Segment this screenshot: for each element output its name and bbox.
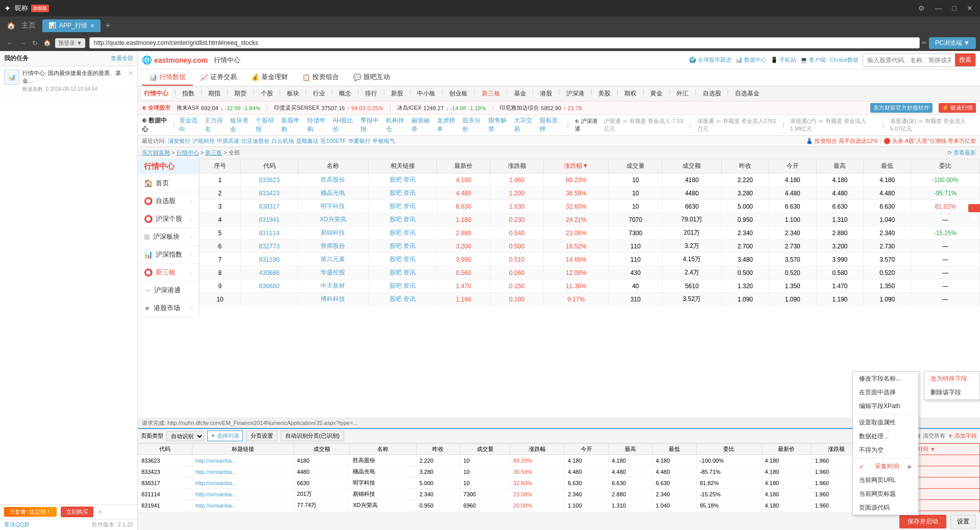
official-software-button[interactable]: 东方财富官方炒股软件 xyxy=(870,103,933,113)
col-select-button[interactable]: ✦ 选择列表 xyxy=(207,431,243,441)
cell-name[interactable]: 易锦科技 xyxy=(298,226,368,240)
tool-margin[interactable]: 融资融券 xyxy=(411,116,433,134)
site-search-input[interactable] xyxy=(863,55,955,65)
cell-name[interactable]: 明字科技 xyxy=(298,200,368,213)
cat-index[interactable]: 指数 xyxy=(180,88,197,99)
bottom-col-header[interactable]: 标题链接 xyxy=(192,444,293,455)
breadcrumb-market[interactable]: 行情中心 xyxy=(177,149,199,156)
cell-name[interactable]: 寮师股份 xyxy=(298,240,368,253)
cat-hk[interactable]: 港股 xyxy=(538,88,554,99)
tool-quarterly[interactable]: 季报中报 xyxy=(360,116,382,134)
pc-view-button[interactable]: PC浏览端 ▼ xyxy=(929,37,976,49)
close-button[interactable]: ✕ xyxy=(964,3,976,13)
bottom-col-header[interactable]: 最新价 xyxy=(762,444,812,455)
page-settings-button[interactable]: 分页设置 xyxy=(246,431,278,441)
tool-institution[interactable]: 机构持仓 xyxy=(386,116,407,134)
col-open[interactable]: 今开 xyxy=(769,159,816,173)
tool-ah-compare[interactable]: AH股比价 xyxy=(333,116,356,134)
address-input[interactable] xyxy=(89,37,920,48)
cat-us[interactable]: 美股 xyxy=(596,88,612,99)
col-pct[interactable]: 涨跌幅▼ xyxy=(544,159,609,173)
cat-fund[interactable]: 基金 xyxy=(512,88,528,99)
col-low[interactable]: 最低 xyxy=(864,159,911,173)
refresh-link[interactable]: ⟳ 查看最新 xyxy=(947,149,976,157)
ctx-collect-time[interactable]: ✓ 采集时间 ▶ xyxy=(853,460,918,473)
nav-item-watchlist[interactable]: ⭕ 自选股 › xyxy=(138,192,199,210)
col-prev[interactable]: 昨收 xyxy=(722,159,769,173)
cat-gem[interactable]: 创业板 xyxy=(447,88,470,99)
minimize-button[interactable]: — xyxy=(932,3,945,13)
col-high[interactable]: 最高 xyxy=(816,159,864,173)
buy-button[interactable]: 立刻购买 xyxy=(61,507,93,517)
cat-industry[interactable]: 行业 xyxy=(311,88,327,99)
cell-name[interactable]: 博科科技 xyxy=(298,293,368,306)
cat-market-center[interactable]: 行情中心 xyxy=(142,88,170,99)
global-market-link[interactable]: 🌍 全球股市跟进 xyxy=(689,56,731,64)
cat-gold[interactable]: 黄金 xyxy=(648,88,665,99)
data-center-link[interactable]: 📊 数据中心 xyxy=(736,56,767,64)
nav-item-hkmarket[interactable]: ★ 港股市场 › xyxy=(138,299,199,317)
bottom-col-header[interactable]: 委比 xyxy=(696,444,762,455)
ctx-page-source[interactable]: 页面源代码 xyxy=(853,501,918,515)
nav-item-individual[interactable]: ⭕ 沪深个股 › xyxy=(138,210,199,228)
tool-pledge[interactable]: 股权质押 xyxy=(540,116,561,134)
visit-huaxia[interactable]: 华夏银行 xyxy=(348,137,371,145)
ctx-set-attr[interactable]: 设置取值属性 xyxy=(853,416,918,430)
cell-name[interactable]: 第六元素 xyxy=(298,253,368,266)
bottom-col-header[interactable]: 代码 xyxy=(138,444,192,455)
cat-ipo[interactable]: 新股 xyxy=(389,88,405,99)
visit-zhongyuan[interactable]: 中原高速 xyxy=(217,137,239,145)
submenu-delete-field[interactable]: 删除该字段 xyxy=(924,386,979,399)
nav-item-sector[interactable]: ⊞ 沪深板块 › xyxy=(138,228,199,246)
page-type-select[interactable]: 自动识别 xyxy=(166,431,204,441)
b-cell-link[interactable]: http://xinsanba... xyxy=(192,477,293,489)
bottom-col-header[interactable]: 成交量 xyxy=(460,444,510,455)
nav-item-connect[interactable]: ↔ 沪深港通 xyxy=(138,282,199,299)
cat-options[interactable]: 期权 xyxy=(622,88,639,99)
feedback-button[interactable]: 意见反馈 xyxy=(968,204,980,212)
promo-portfolio[interactable]: 👗 投资组合 高手自选达12% xyxy=(806,137,878,145)
col-name[interactable]: 名称 xyxy=(298,159,368,173)
cell-name[interactable]: 中天新材 xyxy=(298,280,368,293)
ctx-rename[interactable]: 修改字段名称... xyxy=(853,372,918,386)
tool-fund-flow[interactable]: 资金流向 xyxy=(179,116,201,134)
visit-byd[interactable]: 比亚迪股份 xyxy=(241,137,270,145)
visit-shenyin[interactable]: 申银电气 xyxy=(373,137,395,145)
ctx-not-empty[interactable]: 不得为空 xyxy=(853,443,918,457)
col-chg[interactable]: 涨跌额 xyxy=(490,159,543,173)
cell-name[interactable]: 穗晶光电 xyxy=(298,187,368,200)
col-amt[interactable]: 成交额 xyxy=(662,159,721,173)
main-nav-button[interactable]: 主页 xyxy=(19,20,38,31)
home-icon[interactable]: 🏠 xyxy=(41,38,53,48)
tab-community[interactable]: 💬 股吧互动 xyxy=(346,69,397,86)
cat-futures[interactable]: 期货 xyxy=(232,88,249,99)
tab-trading[interactable]: 📈 证券交易 xyxy=(193,69,244,86)
bottom-col-header[interactable]: 最高 xyxy=(608,444,652,455)
settings-button[interactable]: 设置 xyxy=(950,515,976,528)
nav-item-neeq[interactable]: ⭕ 新三板 › xyxy=(138,264,199,282)
cat-forex[interactable]: 外汇 xyxy=(674,88,691,99)
visit-baiyun[interactable]: 白云机场 xyxy=(272,137,294,145)
nav-item-index[interactable]: 📊 沪深指数 › xyxy=(138,246,199,264)
task-close-button[interactable]: ✕ xyxy=(128,69,133,77)
site-search-button[interactable]: 搜索 xyxy=(955,54,975,66)
tool-main-rank[interactable]: 主力排名 xyxy=(205,116,226,134)
visit-shunxin[interactable]: 是顺鑫达 xyxy=(296,137,318,145)
tab-market-data[interactable]: 📊 行情数据 xyxy=(142,69,193,86)
ctx-page-title[interactable]: 当前网页标题 xyxy=(853,487,918,501)
tool-block-trade[interactable]: 大宗交易 xyxy=(514,116,535,134)
col-code[interactable]: 代码 xyxy=(240,159,298,173)
tool-sector-fund[interactable]: 板块资金 xyxy=(230,116,252,134)
cat-individual[interactable]: 个股 xyxy=(259,88,275,99)
cat-neeq[interactable]: 新三板 xyxy=(480,88,502,99)
bottom-col-header[interactable]: 今开 xyxy=(565,444,608,455)
visit-hunenergy[interactable]: 沪能科技 xyxy=(192,137,215,145)
cat-connect[interactable]: 沪深港 xyxy=(564,88,586,99)
cat-fund-watchlist[interactable]: 自选基金 xyxy=(733,88,762,99)
b-cell-link[interactable]: http://xinsanba... xyxy=(192,466,293,477)
back-button[interactable]: ← xyxy=(4,38,16,48)
tab-fund[interactable]: 💰 基金理财 xyxy=(244,69,295,86)
cat-sector[interactable]: 板块 xyxy=(285,88,301,99)
auto-page-button[interactable]: 自动识别分页(已识别) xyxy=(281,431,344,441)
ctx-data-process[interactable]: 数据处理... xyxy=(853,430,918,443)
